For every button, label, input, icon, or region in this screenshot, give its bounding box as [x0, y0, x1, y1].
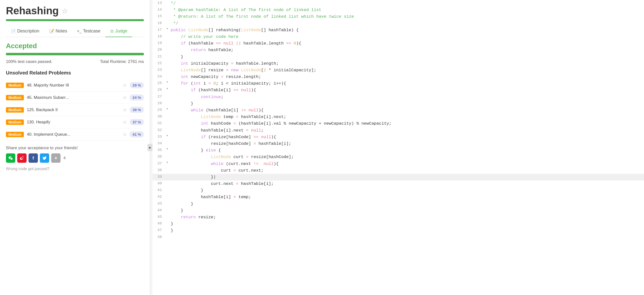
more-social-button[interactable]: + — [51, 153, 60, 163]
code-line: 39 }| — [152, 174, 644, 180]
tab-bar: 📄 Description 📝 Notes >_ Testcase ⚖ Judg… — [6, 25, 144, 37]
line-content: public ListNode[] rehashing(ListNode[] h… — [170, 27, 644, 33]
favorite-icon[interactable]: ☆ — [62, 7, 68, 15]
code-line: 38 curt = curt.next; — [152, 167, 644, 174]
collapse-icon — [165, 180, 170, 187]
social-icons-row: f + 4 — [6, 153, 144, 163]
line-content: ListNode[] resize = new ListNode[2 * ini… — [170, 67, 644, 73]
problem-name: 125. Backpack II — [27, 107, 120, 112]
facebook-button[interactable]: f — [28, 153, 38, 163]
line-number: 22 — [152, 60, 165, 67]
difficulty-badge: Medium — [6, 107, 24, 113]
line-number: 47 — [152, 227, 165, 234]
line-content: ListNode temp = hashTable[i].next; — [170, 114, 644, 120]
tab-testcase[interactable]: >_ Testcase — [72, 25, 105, 37]
line-content: curt = curt.next; — [170, 167, 644, 174]
collapse-icon[interactable]: ▼ — [165, 107, 170, 114]
line-content: if (hashTable == null || hashTable.lengt… — [170, 40, 644, 47]
collapse-icon[interactable]: ▼ — [165, 87, 170, 93]
code-line: 27 continue; — [152, 94, 644, 100]
line-number: 21 — [152, 54, 165, 60]
description-icon: 📄 — [11, 29, 16, 33]
code-line: 18 // write your code here — [152, 33, 644, 40]
code-line: 24 int newCapacity = resize.length; — [152, 73, 644, 80]
wechat-button[interactable] — [6, 153, 15, 163]
share-text: Share your acceptance to your friends! — [6, 146, 144, 150]
star-icon[interactable]: ☆ — [123, 132, 127, 137]
line-content: } — [170, 227, 644, 234]
collapse-icon — [165, 234, 170, 241]
problem-item[interactable]: Medium 40. Implement Queue... ☆ 41 % — [6, 128, 144, 141]
collapse-icon — [165, 154, 170, 160]
weibo-button[interactable] — [17, 153, 26, 163]
line-content: // write your code here — [170, 33, 644, 40]
collapse-icon — [165, 100, 170, 107]
unsolved-section-title: Unsolved Related Problems — [6, 70, 144, 76]
collapse-icon[interactable]: ▼ — [165, 161, 170, 167]
collapse-icon — [165, 221, 170, 227]
problem-item[interactable]: Medium 125. Backpack II ☆ 39 % — [6, 104, 144, 116]
title-row: Rehashing ☆ — [6, 5, 144, 17]
problem-item[interactable]: Medium 48. Majority Number III ☆ 29 % — [6, 79, 144, 91]
code-line: 20 return hashTable; — [152, 47, 644, 53]
problem-item[interactable]: Medium 130. Heapify ☆ 37 % — [6, 116, 144, 128]
status-badge: Accepted — [6, 42, 144, 50]
collapse-icon — [165, 120, 170, 127]
code-line: 42 hashTable[i] = temp; — [152, 194, 644, 200]
difficulty-badge: Medium — [6, 119, 24, 125]
collapse-icon[interactable]: ▼ — [165, 147, 170, 154]
line-number: 24 — [152, 73, 165, 80]
code-line: 16 */ — [152, 20, 644, 27]
collapse-icon[interactable]: ▼ — [165, 134, 170, 140]
line-content — [170, 234, 644, 241]
collapse-icon — [165, 67, 170, 73]
line-number: 28 — [152, 100, 165, 107]
line-number: 14 — [152, 7, 165, 13]
line-content: return resize; — [170, 214, 644, 221]
line-number: 48 — [152, 234, 165, 241]
code-line: 21 } — [152, 54, 644, 60]
collapse-icon — [165, 7, 170, 13]
code-line: 17▼public ListNode[] rehashing(ListNode[… — [152, 27, 644, 33]
line-number: 13 — [152, 0, 165, 7]
tab-judge[interactable]: ⚖ Judge — [105, 25, 132, 37]
line-content: for (int i = 0; i < initialCapacity; i++… — [170, 80, 644, 87]
line-content: * @return: A list of The first node of l… — [170, 13, 644, 20]
code-editor-panel: 13*/14 * @param hashTable: A list of The… — [152, 0, 644, 295]
star-icon[interactable]: ☆ — [123, 107, 127, 113]
notes-icon: 📝 — [49, 29, 54, 33]
problem-name: 40. Implement Queue... — [27, 132, 120, 137]
twitter-button[interactable] — [40, 153, 49, 163]
code-line: 32 hashTable[i].next = null; — [152, 127, 644, 134]
collapse-icon[interactable]: ▼ — [165, 27, 170, 33]
acceptance-badge: 39 % — [130, 107, 144, 113]
star-icon[interactable]: ☆ — [123, 119, 127, 125]
progress-bar-fill — [6, 19, 144, 21]
testcase-icon: >_ — [77, 29, 82, 33]
tab-description[interactable]: 📄 Description — [6, 25, 44, 37]
collapse-icon — [165, 0, 170, 7]
star-icon[interactable]: ☆ — [123, 95, 127, 100]
share-count: 4 — [64, 156, 66, 160]
code-line: 31 int hashCode = (hashTable[i].val % ne… — [152, 120, 644, 127]
acceptance-badge: 41 % — [130, 131, 144, 137]
line-content: * @param hashTable: A list of The first … — [170, 7, 644, 13]
line-content: int initialCapacity = hashTable.length; — [170, 60, 644, 67]
line-content: continue; — [170, 94, 644, 100]
page-title: Rehashing — [6, 5, 59, 17]
panel-divider[interactable]: ▶ — [150, 0, 152, 295]
line-number: 27 — [152, 94, 165, 100]
line-number: 35 — [152, 147, 165, 154]
problem-item[interactable]: Medium 45. Maximum Subarr... ☆ 24 % — [6, 91, 144, 104]
collapse-icon — [165, 167, 170, 174]
code-editor[interactable]: 13*/14 * @param hashTable: A list of The… — [152, 0, 644, 241]
star-icon[interactable]: ☆ — [123, 83, 127, 88]
line-content: while (curt.next != null){ — [170, 161, 644, 167]
collapse-arrow-icon[interactable]: ▶ — [148, 144, 152, 151]
line-number: 40 — [152, 180, 165, 187]
test-cases-stat: 100% test cases passed. — [6, 59, 52, 64]
tab-notes[interactable]: 📝 Notes — [44, 25, 72, 37]
collapse-icon — [165, 54, 170, 60]
code-line: 46} — [152, 221, 644, 227]
collapse-icon[interactable]: ▼ — [165, 80, 170, 87]
